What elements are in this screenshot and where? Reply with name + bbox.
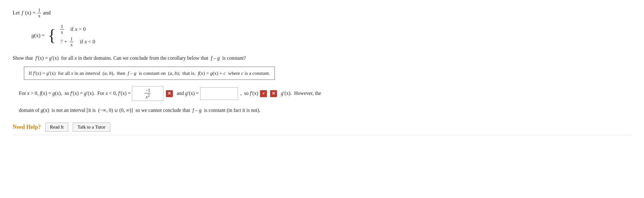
scrollbar-area bbox=[13, 135, 631, 139]
fx-frac-den: x bbox=[37, 13, 41, 19]
left-brace: { bbox=[48, 27, 56, 44]
need-help-section: Need Help? Read It Talk to a Tutor bbox=[13, 123, 631, 132]
g-case2-den: x bbox=[70, 42, 73, 47]
fx-frac-num: 1 bbox=[37, 8, 41, 13]
work-part1: For x > 0, f(x) = g(x), so f′(x) = g′(x)… bbox=[19, 89, 131, 98]
fx-fraction: 1 x bbox=[37, 8, 41, 18]
g-case1: 1 x if x > 0 bbox=[60, 24, 95, 35]
talk-tutor-button[interactable]: Talk to a Tutor bbox=[73, 123, 110, 132]
g-case2-num: 1 bbox=[70, 36, 73, 42]
fprime-den: x2 bbox=[145, 93, 150, 100]
fx-paren: (x) = bbox=[25, 10, 36, 16]
g-case1-den: x bbox=[60, 30, 64, 35]
gprime-input-box[interactable] bbox=[200, 87, 238, 100]
g-case2-condition: if x < 0 bbox=[76, 39, 95, 45]
work-line: For x > 0, f(x) = g(x), so f′(x) = g′(x)… bbox=[13, 86, 631, 101]
fx-label: f bbox=[22, 10, 23, 16]
g-case2: 7 + 1 x if x < 0 bbox=[60, 36, 95, 47]
corollary-box: If f′(x) = g′(x) for all x in an interva… bbox=[24, 67, 275, 80]
neq-icon: ≠ bbox=[260, 90, 267, 97]
gx-label: g(x) = bbox=[31, 32, 45, 39]
domain-line: domain of g(x) is not an interval [it is… bbox=[13, 106, 631, 115]
show-line: Show that f′(x) = g′(x) for all x in the… bbox=[13, 54, 631, 62]
wrong-icon-1: ✕ bbox=[166, 90, 173, 97]
and-gprime: and g′(x) = bbox=[175, 89, 199, 98]
g-case1-num: 1 bbox=[60, 24, 64, 30]
g-case2-coeff: 7 + bbox=[60, 39, 67, 45]
fprime-num: −1 bbox=[144, 88, 151, 93]
let-label: Let bbox=[13, 10, 20, 16]
g-case2-frac: 1 x bbox=[70, 36, 73, 47]
need-help-label: Need Help? bbox=[13, 124, 41, 130]
g-cases: 1 x if x > 0 7 + 1 x if x < 0 bbox=[60, 24, 95, 47]
read-it-button[interactable]: Read It bbox=[45, 123, 69, 132]
so-part: , so f′(x) bbox=[239, 89, 258, 98]
gprime-x-label: g′(x). However, the bbox=[280, 89, 321, 98]
g-case1-frac: 1 x bbox=[60, 24, 64, 35]
fprime-answer-box[interactable]: −1 x2 bbox=[132, 86, 163, 101]
fprime-frac: −1 x2 bbox=[144, 88, 151, 99]
top-line: Let f(x) = 1 x and bbox=[13, 8, 631, 18]
g-definition: g(x) = { 1 x if x > 0 7 + 1 x if x < 0 bbox=[31, 24, 631, 47]
wrong-icon-2: ✕ bbox=[270, 90, 277, 97]
g-case1-condition: if x > 0 bbox=[66, 26, 86, 32]
and-label: and bbox=[43, 10, 51, 16]
